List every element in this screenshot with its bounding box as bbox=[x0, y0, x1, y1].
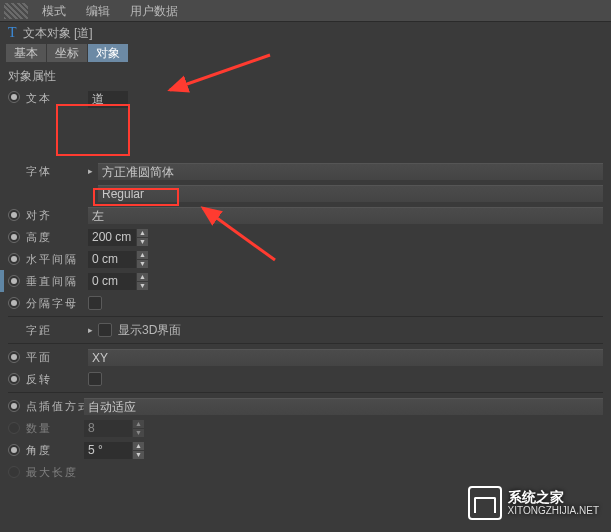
vspacing-step-down[interactable]: ▼ bbox=[137, 282, 148, 290]
watermark-title: 系统之家 bbox=[508, 490, 600, 505]
height-field[interactable]: 200 cm bbox=[88, 229, 136, 246]
row-plane: 平面 XY bbox=[8, 347, 603, 367]
angle-step-down[interactable]: ▼ bbox=[133, 451, 144, 459]
hspacing-step-down[interactable]: ▼ bbox=[137, 260, 148, 268]
height-step-up[interactable]: ▲ bbox=[137, 229, 148, 237]
label-interp: 点插值方式 bbox=[26, 399, 84, 414]
label-align: 对齐 bbox=[26, 208, 88, 223]
label-vspacing: 垂直间隔 bbox=[26, 274, 88, 289]
label-show-3d: 显示3D界面 bbox=[118, 322, 181, 339]
watermark-url: XITONGZHIJIA.NET bbox=[508, 505, 600, 516]
panel-menu-icon[interactable] bbox=[4, 3, 28, 19]
row-text: 文本 道 bbox=[8, 89, 603, 129]
anim-dot-vspacing[interactable] bbox=[8, 275, 20, 287]
label-angle: 角度 bbox=[26, 443, 84, 458]
vspacing-step-up[interactable]: ▲ bbox=[137, 273, 148, 281]
kerning-3d-checkbox[interactable] bbox=[98, 323, 112, 337]
row-height: 高度 200 cm ▲ ▼ bbox=[8, 227, 603, 247]
properties-panel: 文本 道 字体 ▸ 方正准圆简体 Regular 对齐 左 高度 200 cm … bbox=[0, 89, 611, 482]
row-vspacing: 垂直间隔 0 cm ▲ ▼ bbox=[8, 271, 603, 291]
align-field[interactable]: 左 bbox=[88, 207, 603, 224]
row-font-weight: Regular bbox=[8, 183, 603, 203]
row-interp: 点插值方式 自动适应 bbox=[8, 396, 603, 416]
anim-dot-height[interactable] bbox=[8, 231, 20, 243]
height-step-down[interactable]: ▼ bbox=[137, 238, 148, 246]
row-angle: 角度 5 ° ▲ ▼ bbox=[8, 440, 603, 460]
section-object-attributes: 对象属性 bbox=[0, 64, 611, 89]
attribute-tabs: 基本 坐标 对象 bbox=[0, 44, 611, 64]
object-title: 文本对象 [道] bbox=[23, 25, 93, 42]
anim-dot-maxlen bbox=[8, 466, 20, 478]
watermark: 系统之家 XITONGZHIJIA.NET bbox=[468, 486, 600, 520]
anim-dot-angle[interactable] bbox=[8, 444, 20, 456]
hspacing-step-up[interactable]: ▲ bbox=[137, 251, 148, 259]
label-hspacing: 水平间隔 bbox=[26, 252, 88, 267]
menu-userdata[interactable]: 用户数据 bbox=[120, 0, 188, 22]
object-header: T 文本对象 [道] bbox=[0, 22, 611, 44]
house-logo-icon bbox=[468, 486, 502, 520]
sepletters-checkbox[interactable] bbox=[88, 296, 102, 310]
row-count: 数量 8 ▲ ▼ bbox=[8, 418, 603, 438]
anim-dot-sepletters[interactable] bbox=[8, 297, 20, 309]
anim-dot-hspacing[interactable] bbox=[8, 253, 20, 265]
row-font: 字体 ▸ 方正准圆简体 bbox=[8, 161, 603, 181]
font-weight-field[interactable]: Regular bbox=[98, 185, 603, 202]
label-plane: 平面 bbox=[26, 350, 88, 365]
menu-mode[interactable]: 模式 bbox=[32, 0, 76, 22]
anim-dot-text[interactable] bbox=[8, 91, 20, 103]
angle-step-up[interactable]: ▲ bbox=[133, 442, 144, 450]
row-hspacing: 水平间隔 0 cm ▲ ▼ bbox=[8, 249, 603, 269]
tab-object[interactable]: 对象 bbox=[88, 44, 128, 62]
label-invert: 反转 bbox=[26, 372, 88, 387]
interp-field[interactable]: 自动适应 bbox=[84, 398, 603, 415]
row-maxlen: 最大长度 bbox=[8, 462, 603, 482]
anim-dot-invert[interactable] bbox=[8, 373, 20, 385]
count-step-down: ▼ bbox=[133, 429, 144, 437]
text-field[interactable]: 道 bbox=[88, 91, 128, 108]
count-step-up: ▲ bbox=[133, 420, 144, 428]
tab-basic[interactable]: 基本 bbox=[6, 44, 46, 62]
left-panel-sliver bbox=[0, 270, 4, 292]
menu-edit[interactable]: 编辑 bbox=[76, 0, 120, 22]
row-sepletters: 分隔字母 bbox=[8, 293, 603, 313]
label-font: 字体 bbox=[26, 164, 88, 179]
row-kerning: 字距 ▸ 显示3D界面 bbox=[8, 320, 603, 340]
label-height: 高度 bbox=[26, 230, 88, 245]
plane-field[interactable]: XY bbox=[88, 349, 603, 366]
angle-field[interactable]: 5 ° bbox=[84, 442, 132, 459]
hspacing-field[interactable]: 0 cm bbox=[88, 251, 136, 268]
row-invert: 反转 bbox=[8, 369, 603, 389]
font-family-field[interactable]: 方正准圆简体 bbox=[98, 163, 603, 180]
label-text: 文本 bbox=[26, 91, 88, 106]
invert-checkbox[interactable] bbox=[88, 372, 102, 386]
chevron-down-icon[interactable]: ▸ bbox=[88, 166, 98, 176]
label-maxlen: 最大长度 bbox=[26, 465, 84, 480]
count-field: 8 bbox=[84, 420, 132, 437]
text-object-icon: T bbox=[8, 25, 17, 41]
menubar: 模式 编辑 用户数据 bbox=[0, 0, 611, 22]
row-align: 对齐 左 bbox=[8, 205, 603, 225]
label-sepletters: 分隔字母 bbox=[26, 296, 88, 311]
anim-dot-interp[interactable] bbox=[8, 400, 20, 412]
anim-dot-plane[interactable] bbox=[8, 351, 20, 363]
label-kerning: 字距 bbox=[26, 323, 88, 338]
anim-dot-count bbox=[8, 422, 20, 434]
vspacing-field[interactable]: 0 cm bbox=[88, 273, 136, 290]
anim-dot-align[interactable] bbox=[8, 209, 20, 221]
tab-coord[interactable]: 坐标 bbox=[47, 44, 87, 62]
label-count: 数量 bbox=[26, 421, 84, 436]
